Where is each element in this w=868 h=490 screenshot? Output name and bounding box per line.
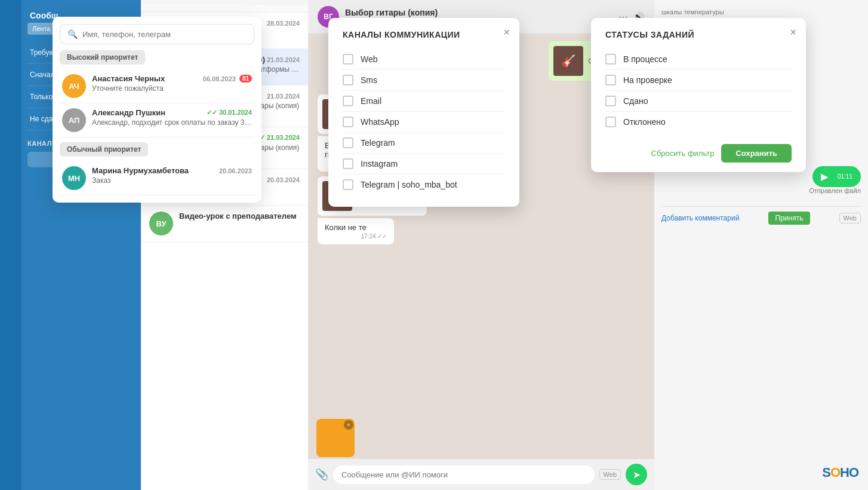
status-modal: СТАТУСЫ ЗАДАНИЙ × В процессе На проверке… xyxy=(591,18,806,172)
section-high-priority xyxy=(141,5,308,13)
attachment-close-button[interactable]: × xyxy=(344,420,353,430)
search-contact-pushkin[interactable]: АП Александр Пушкин ✓✓ 30.01.2024 Алекса… xyxy=(60,103,254,137)
web-label-right: Web xyxy=(839,213,861,223)
chat-title: Выбор гитары (копия) xyxy=(345,8,438,17)
channel-instagram[interactable]: Instagram xyxy=(343,154,505,174)
channel-telegram-bot[interactable]: Telegram | soho_mba_bot xyxy=(343,174,505,195)
web-badge: Web xyxy=(599,469,621,480)
status-rejected[interactable]: Отклонено xyxy=(605,112,792,132)
status-modal-close[interactable]: × xyxy=(790,26,796,39)
channel-email[interactable]: Email xyxy=(343,91,505,112)
checkbox-web[interactable] xyxy=(343,54,353,65)
reset-filter-button[interactable]: Сбросить фильтр xyxy=(651,149,715,158)
voice-message: ▶ 01:11 xyxy=(812,166,861,187)
status-modal-title: СТАТУСЫ ЗАДАНИЙ xyxy=(605,30,792,39)
soho-brand-bottom-right: SOHO xyxy=(822,465,858,480)
channels-modal-close[interactable]: × xyxy=(503,26,510,39)
avatar-marina: МН xyxy=(62,166,86,190)
modal-footer: Сбросить фильтр Сохранить xyxy=(605,144,792,163)
conv-item-video[interactable]: ВУ Видео-урок с преподавателем xyxy=(141,206,308,242)
chat-input-bar: 📎 Web ➤ xyxy=(308,458,654,490)
comment-bar: Добавить комментарий Принять Web xyxy=(661,206,861,225)
search-popup: 🔍 Высокий приоритет АЧ Анастасия Черных … xyxy=(53,17,261,203)
high-priority-label: Высокий приоритет xyxy=(60,50,145,65)
channels-modal: КАНАЛЫ КОММУНИКАЦИИ × Web Sms Email What… xyxy=(328,18,519,207)
channel-sms[interactable]: Sms xyxy=(343,70,505,91)
soho-sidebar xyxy=(0,0,21,490)
save-filter-button[interactable]: Сохранить xyxy=(721,144,792,163)
search-input-wrap: 🔍 xyxy=(60,24,254,44)
checkbox-on-review[interactable] xyxy=(605,75,616,85)
send-button[interactable]: ➤ xyxy=(626,464,647,485)
checkbox-telegram[interactable] xyxy=(343,137,353,148)
play-icon[interactable]: ▶ xyxy=(821,171,828,182)
channels-options-list: Web Sms Email WhatsApp Telegram Instagra… xyxy=(343,49,505,195)
checkbox-instagram[interactable] xyxy=(343,158,353,169)
status-options-list: В процессе На проверке Сдано Отклонено xyxy=(605,49,792,132)
checkbox-sms[interactable] xyxy=(343,75,353,85)
checkbox-telegram-bot[interactable] xyxy=(343,179,353,190)
channels-modal-title: КАНАЛЫ КОММУНИКАЦИИ xyxy=(343,30,505,39)
status-on-review[interactable]: На проверке xyxy=(605,70,792,91)
checkbox-submitted[interactable] xyxy=(605,96,616,106)
normal-priority-label: Обычный приоритет xyxy=(60,142,148,157)
checkbox-whatsapp[interactable] xyxy=(343,117,353,127)
channel-web[interactable]: Web xyxy=(343,49,505,70)
status-submitted[interactable]: Сдано xyxy=(605,91,792,112)
checkbox-email[interactable] xyxy=(343,96,353,106)
chat-input-field[interactable] xyxy=(333,466,595,484)
search-icon: 🔍 xyxy=(67,29,78,39)
checkbox-in-progress[interactable] xyxy=(605,54,616,65)
attach-icon[interactable]: 📎 xyxy=(315,468,328,481)
avatar-pushkin: АП xyxy=(62,108,86,132)
accept-button[interactable]: Принять xyxy=(768,212,811,225)
file-thumb-right: 🎸 xyxy=(553,46,583,76)
checkbox-rejected[interactable] xyxy=(605,117,616,127)
search-field[interactable] xyxy=(82,30,247,39)
avatar-video: ВУ xyxy=(149,212,173,235)
status-in-progress[interactable]: В процессе xyxy=(605,49,792,70)
search-contact-anastasia[interactable]: АЧ Анастасия Черных 06.08.2023 81 Уточни… xyxy=(60,69,254,103)
add-comment-link[interactable]: Добавить комментарий xyxy=(661,214,739,222)
channel-whatsapp[interactable]: WhatsApp xyxy=(343,112,505,133)
channel-telegram[interactable]: Telegram xyxy=(343,133,505,154)
search-contact-marina[interactable]: МН Марина Нурмухамбетова 20.06.2023 Зака… xyxy=(60,161,254,195)
avatar-anastasia: АЧ xyxy=(62,74,86,98)
attachment-preview: × xyxy=(316,419,355,457)
